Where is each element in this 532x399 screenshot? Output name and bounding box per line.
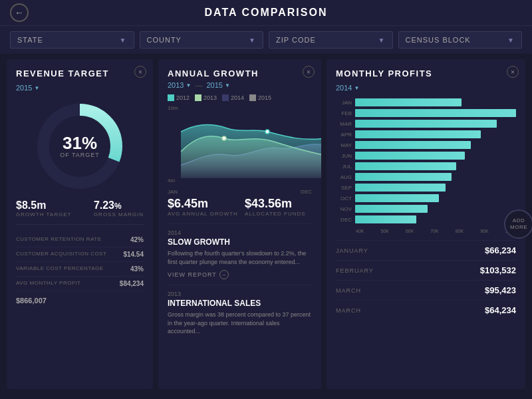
legend-2014: 2014	[222, 94, 244, 101]
growth-stats: $6.45m AVG ANNUAL GROWTH $43.56m ALLOCAT…	[168, 197, 312, 217]
profit-january-label: JANUARY	[336, 247, 368, 254]
county-filter-label: COUNTY	[147, 36, 182, 44]
monthly-bar-chart: JAN FEB MAR APR MAY JUN	[336, 98, 516, 223]
chart-label-bot: 4m	[168, 178, 175, 184]
chart-legend: 2012 2013 2014 2015	[168, 94, 312, 101]
metric-retention: CUSTOMER RETENTION RATE 42%	[16, 233, 144, 247]
report-2-title: INTERNATIONAL SALES	[168, 299, 312, 308]
view-report-icon: →	[219, 270, 229, 279]
bar-jan: JAN	[336, 98, 516, 106]
view-report-button[interactable]: VIEW REPORT →	[168, 270, 312, 279]
bar-dec: DEC	[336, 215, 516, 223]
profit-january-value: $66,234	[485, 245, 516, 255]
gross-margin-label: GROSS MARGIN	[94, 211, 144, 217]
report-1-title: SLOW GROWTH	[168, 237, 312, 247]
revenue-bottom-value: $866,007	[16, 297, 144, 305]
profit-march: MARCH $95,423	[336, 280, 516, 300]
allocated-label: ALLOCATED FUNDS	[245, 211, 306, 217]
county-filter[interactable]: COUNTY ▼	[140, 31, 264, 49]
bar-oct: OCT	[336, 194, 516, 202]
profit-march-2-value: $64,234	[485, 305, 516, 315]
profit-march-2: MARCH $64,234	[336, 300, 516, 320]
state-filter-arrow: ▼	[120, 37, 127, 44]
growth-target-stat: $8.5m GROWTH TARGET	[16, 200, 71, 217]
chart-x-start: JAN	[168, 189, 178, 195]
bar-may: MAY	[336, 141, 516, 149]
report-1-desc: Following the fourth quarter's slowdown …	[168, 249, 312, 266]
profit-january: JANUARY $66,234	[336, 240, 516, 260]
donut-percentage: 31%	[60, 134, 100, 152]
legend-dot-2013	[195, 94, 201, 101]
census-filter-arrow: ▼	[507, 37, 515, 44]
add-more-button[interactable]: ADD MORE	[504, 209, 532, 239]
report-2-year: 2013	[168, 291, 312, 297]
gross-margin-value: 7.23%	[94, 200, 144, 211]
revenue-close-button[interactable]: ×	[134, 66, 146, 78]
bar-chart-x-axis: 40K 50K 60K 70K 80K 90K 100K	[356, 229, 516, 233]
monthly-profits-card: × MONTHLY PROFITS 2014 ▼ JAN FEB MAR APR	[327, 59, 525, 389]
metric-acquisition-value: $14.54	[123, 251, 144, 258]
metric-acquisition-label: CUSTOMER ACQUISITION COST	[16, 251, 106, 258]
report-1-year: 2014	[168, 229, 312, 236]
zip-filter[interactable]: ZIP CODE ▼	[269, 31, 393, 49]
profit-march-2-label: MARCH	[336, 307, 361, 314]
area-chart: 10m 4m	[168, 105, 312, 192]
bar-feb: FEB	[336, 109, 516, 117]
metrics-list: CUSTOMER RETENTION RATE 42% CUSTOMER ACQ…	[16, 233, 144, 291]
back-icon: ←	[15, 7, 24, 18]
annual-year-to-selector[interactable]: 2015 ▼	[206, 81, 229, 89]
legend-dot-2012	[168, 94, 174, 101]
avg-growth-value: $6.45m	[168, 197, 238, 211]
bar-jul: JUL	[336, 162, 516, 170]
profit-february-value: $103,532	[480, 265, 516, 275]
monthly-card-title: MONTHLY PROFITS	[336, 68, 516, 78]
legend-dot-2014	[222, 94, 229, 101]
back-button[interactable]: ←	[10, 3, 29, 22]
main-content: × REVENUE TARGET 2015 ▼	[0, 54, 532, 394]
chart-x-labels: JAN DEC	[168, 189, 312, 195]
zip-filter-arrow: ▼	[378, 37, 386, 44]
metric-acquisition: CUSTOMER ACQUISITION COST $14.54	[16, 247, 144, 262]
revenue-target-card: × REVENUE TARGET 2015 ▼	[7, 59, 153, 389]
annual-year-from-selector[interactable]: 2013 ▼	[168, 81, 191, 89]
header: ← DATA COMPARISON	[0, 0, 532, 26]
census-filter-label: CENSUS BLOCK	[406, 36, 471, 44]
profit-list: JANUARY $66,234 FEBRUARY $103,532 MARCH …	[336, 240, 516, 320]
monthly-year-arrow: ▼	[354, 85, 359, 91]
revenue-stats-row: $8.5m GROWTH TARGET 7.23% GROSS MARGIN	[16, 200, 144, 225]
metric-monthly-profit-label: AVG MONTHLY PROFIT	[16, 280, 80, 287]
bar-jun: JUN	[336, 152, 516, 160]
state-filter[interactable]: STATE ▼	[10, 31, 134, 49]
svg-point-6	[222, 136, 226, 140]
metric-monthly-profit-value: $84,234	[120, 280, 144, 287]
donut-sub-label: OF TARGET	[60, 152, 100, 158]
metric-variable-cost-value: 43%	[130, 265, 144, 273]
monthly-year-selector[interactable]: 2014 ▼	[336, 84, 359, 92]
revenue-year-arrow: ▼	[34, 85, 39, 91]
profit-february-label: FEBRUARY	[336, 267, 374, 274]
avg-growth-stat: $6.45m AVG ANNUAL GROWTH	[168, 197, 238, 217]
donut-chart: 31% OF TARGET	[16, 100, 144, 193]
avg-growth-label: AVG ANNUAL GROWTH	[168, 211, 238, 217]
annual-close-button[interactable]: ×	[303, 66, 315, 78]
report-item-1: 2014 SLOW GROWTH Following the fourth qu…	[168, 223, 312, 285]
svg-point-5	[265, 130, 269, 134]
metric-variable-cost-label: VARIABLE COST PERCENTAGE	[16, 265, 104, 273]
chart-x-end: DEC	[301, 189, 312, 195]
report-2-desc: Gross margin was 38 percent compared to …	[168, 311, 312, 336]
census-filter[interactable]: CENSUS BLOCK ▼	[398, 31, 523, 49]
metric-variable-cost: VARIABLE COST PERCENTAGE 43%	[16, 262, 144, 277]
growth-target-label: GROWTH TARGET	[16, 211, 71, 217]
revenue-year-selector[interactable]: 2015 ▼	[16, 84, 39, 92]
gross-margin-stat: 7.23% GROSS MARGIN	[94, 200, 144, 217]
legend-2015: 2015	[249, 94, 271, 101]
county-filter-arrow: ▼	[249, 37, 256, 44]
monthly-close-button[interactable]: ×	[507, 66, 519, 78]
bar-apr: APR	[336, 130, 516, 138]
allocated-stat: $43.56m ALLOCATED FUNDS	[245, 197, 306, 217]
bar-nov: NOV	[336, 205, 516, 213]
add-more-label-2: MORE	[510, 224, 527, 231]
area-chart-svg	[181, 105, 321, 185]
metric-monthly-profit: AVG MONTHLY PROFIT $84,234	[16, 277, 144, 291]
growth-target-value: $8.5m	[16, 200, 71, 211]
